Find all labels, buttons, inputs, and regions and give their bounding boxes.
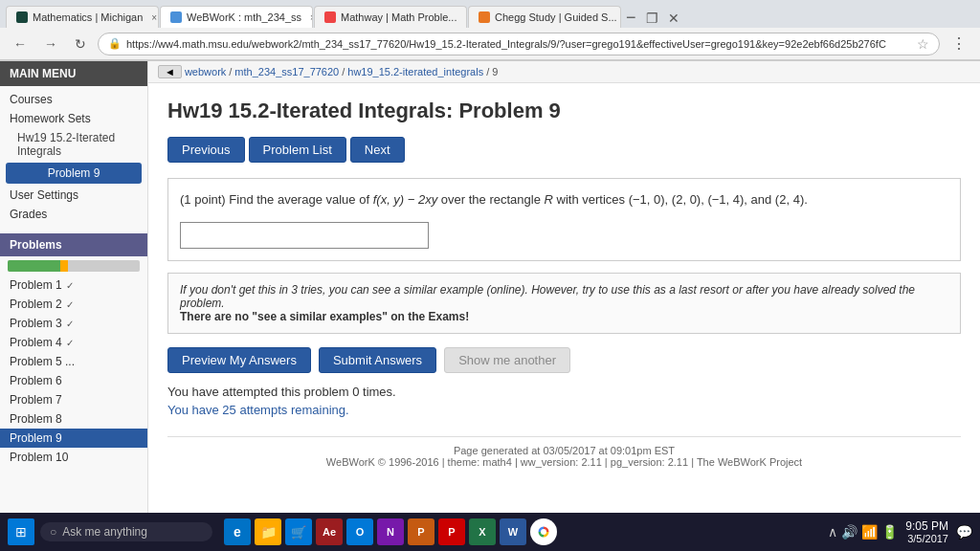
taskbar-onenote-app[interactable]: N: [377, 518, 404, 545]
show-another-button: Show me another: [444, 347, 570, 373]
sidebar: MAIN MENU Courses Homework Sets Hw19 15.…: [0, 61, 148, 513]
windows-icon: ⊞: [15, 524, 27, 540]
problem-item-3[interactable]: Problem 3✓: [0, 314, 147, 333]
content-area: Hw19 15.2-Iterated Integrals: Problem 9 …: [148, 83, 980, 491]
tab-close-mathway[interactable]: ×: [465, 12, 467, 23]
problem-points: (1 point): [180, 192, 226, 207]
tab-favicon-chegg: [479, 11, 490, 23]
breadcrumb-sep3: /: [486, 66, 489, 77]
taskbar-folder-app[interactable]: 📁: [255, 518, 281, 545]
breadcrumb: ◄ webwork / mth_234_ss17_77620 / hw19_15…: [148, 61, 980, 83]
footer: Page generated at 03/05/2017 at 09:01pm …: [167, 436, 961, 475]
main-area: ◄ webwork / mth_234_ss17_77620 / hw19_15…: [148, 61, 980, 513]
main-menu-label: MAIN MENU: [0, 61, 147, 86]
hint-text1: If you don't get this in 3 tries, you ca…: [180, 283, 915, 310]
taskbar-right: ∧ 🔊 📶 🔋 9:05 PM 3/5/2017 💬: [828, 519, 972, 544]
taskbar-notification-icon[interactable]: 💬: [956, 524, 972, 540]
taskbar-system-icons: ∧ 🔊 📶 🔋: [828, 524, 898, 540]
sidebar-item-hw19[interactable]: Hw19 15.2-Iterated Integrals: [0, 128, 147, 161]
address-bar[interactable]: 🔒 https://ww4.math.msu.edu/webwork2/mth_…: [98, 33, 940, 55]
bookmark-icon[interactable]: ☆: [917, 36, 929, 52]
forward-button[interactable]: →: [38, 33, 63, 55]
page-content: MAIN MENU Courses Homework Sets Hw19 15.…: [0, 61, 980, 513]
submit-answers-button[interactable]: Submit Answers: [319, 347, 436, 373]
close-btn[interactable]: ✕: [668, 11, 679, 26]
problem-item-1[interactable]: Problem 1✓: [0, 276, 147, 295]
taskbar-ppt-app[interactable]: P: [408, 518, 434, 545]
tab-close-webwork[interactable]: ×: [310, 12, 313, 23]
refresh-button[interactable]: ↻: [69, 33, 92, 55]
tab-webwork[interactable]: WeBWorK : mth_234_ss ×: [160, 6, 313, 28]
problem-item-6[interactable]: Problem 6: [0, 371, 147, 390]
taskbar-pdf-app[interactable]: P: [438, 518, 465, 545]
tab-label-webwork: WeBWorK : mth_234_ss: [187, 11, 301, 23]
attempt-line1: You have attempted this problem 0 times.: [167, 385, 961, 399]
taskbar-apps: e 📁 🛒 Ae O N P P X W: [224, 518, 557, 545]
taskbar-ae-app[interactable]: Ae: [316, 518, 343, 545]
taskbar-network-icon[interactable]: 📶: [861, 524, 878, 540]
problems-header: Problems: [0, 233, 147, 256]
taskbar-clock[interactable]: 9:05 PM 3/5/2017: [905, 519, 948, 544]
previous-button[interactable]: Previous: [167, 137, 245, 163]
problem-list-button[interactable]: Problem List: [249, 137, 346, 163]
answer-input[interactable]: [180, 222, 429, 249]
taskbar-store-app[interactable]: 🛒: [285, 518, 312, 545]
taskbar-volume-icon[interactable]: 🔊: [841, 524, 858, 540]
taskbar-battery-icon[interactable]: 🔋: [881, 524, 898, 540]
breadcrumb-toggle[interactable]: ◄: [158, 65, 182, 78]
minimize-btn[interactable]: −: [626, 8, 636, 28]
footer-line1: Page generated at 03/05/2017 at 09:01pm …: [175, 445, 953, 456]
start-button[interactable]: ⊞: [8, 518, 34, 545]
problem-item-4[interactable]: Problem 4✓: [0, 333, 147, 352]
nav-bar: ← → ↻ 🔒 https://ww4.math.msu.edu/webwork…: [0, 28, 980, 60]
problem-item-7[interactable]: Problem 7: [0, 390, 147, 409]
preview-answers-button[interactable]: Preview My Answers: [167, 347, 311, 373]
taskbar-edge-app[interactable]: e: [224, 518, 251, 545]
problem-text-after: over the rectangle R with vertices: [441, 192, 629, 207]
tab-favicon-msu: [16, 11, 28, 23]
taskbar-search-label: Ask me anything: [62, 525, 147, 539]
attempt-line2: You have 25 attempts remaining.: [167, 403, 961, 417]
taskbar-excel-app[interactable]: X: [469, 518, 496, 545]
clock-time: 9:05 PM: [905, 519, 948, 533]
tab-close-msu[interactable]: ×: [151, 12, 157, 23]
progress-bar-container: [0, 256, 147, 276]
taskbar-word-app[interactable]: W: [500, 518, 526, 545]
next-button[interactable]: Next: [350, 137, 405, 163]
problem-item-9[interactable]: Problem 9: [0, 429, 147, 448]
taskbar-chrome-app[interactable]: [530, 518, 557, 545]
sidebar-section-courses: Courses Homework Sets Hw19 15.2-Iterated…: [0, 86, 147, 228]
search-icon: ○: [50, 525, 56, 539]
extensions-btn[interactable]: ⋮: [946, 32, 972, 55]
taskbar-up-arrow-icon[interactable]: ∧: [828, 524, 837, 540]
sidebar-item-grades[interactable]: Grades: [0, 205, 147, 224]
nav-buttons: Previous Problem List Next: [167, 137, 961, 163]
taskbar-outlook-app[interactable]: O: [346, 518, 373, 545]
taskbar-search[interactable]: ○ Ask me anything: [40, 522, 212, 541]
sidebar-item-courses[interactable]: Courses: [0, 90, 147, 109]
sidebar-item-user-settings[interactable]: User Settings: [0, 186, 147, 205]
breadcrumb-course[interactable]: mth_234_ss17_77620: [234, 66, 339, 77]
breadcrumb-hw[interactable]: hw19_15.2-iterated_integrals: [347, 66, 483, 77]
sidebar-item-problem9-btn[interactable]: Problem 9: [6, 163, 142, 184]
problem-item-10[interactable]: Problem 10: [0, 448, 147, 467]
sidebar-item-homework-sets[interactable]: Homework Sets: [0, 109, 147, 128]
tab-label-mathway: Mathway | Math Proble...: [341, 11, 457, 23]
breadcrumb-webwork[interactable]: webwork: [185, 66, 226, 77]
problem-item-2[interactable]: Problem 2✓: [0, 295, 147, 314]
hint-box: If you don't get this in 3 tries, you ca…: [167, 273, 961, 334]
problem-box: (1 point) Find the average value of f(x,…: [167, 178, 961, 261]
problem-text: (1 point) Find the average value of f(x,…: [180, 190, 948, 210]
breadcrumb-sep1: /: [229, 66, 232, 77]
browser-chrome: Mathematics | Michigan × WeBWorK : mth_2…: [0, 0, 980, 61]
tab-favicon-webwork: [170, 11, 182, 23]
taskbar: ⊞ ○ Ask me anything e 📁 🛒 Ae O N P P X W…: [0, 513, 980, 551]
tab-chegg[interactable]: Chegg Study | Guided S... ×: [468, 6, 621, 28]
restore-btn[interactable]: ❐: [646, 11, 658, 26]
problem-item-5[interactable]: Problem 5 ...: [0, 352, 147, 371]
problem-item-8[interactable]: Problem 8: [0, 409, 147, 429]
problem-function: f(x, y) − 2xy: [373, 192, 438, 207]
tab-mathway[interactable]: Mathway | Math Proble... ×: [314, 6, 467, 28]
tab-msu[interactable]: Mathematics | Michigan ×: [6, 6, 159, 28]
back-button[interactable]: ←: [8, 33, 33, 55]
